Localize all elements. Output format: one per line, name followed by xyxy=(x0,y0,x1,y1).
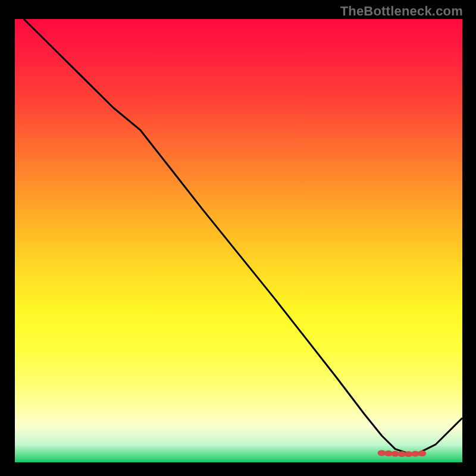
chart-plot-area xyxy=(15,19,462,462)
watermark-text: TheBottleneck.com xyxy=(340,4,463,19)
optimal-marker xyxy=(418,450,426,456)
bottleneck-curve xyxy=(24,19,462,453)
chart-svg-layer xyxy=(15,19,462,462)
chart-frame: TheBottleneck.com xyxy=(0,0,476,476)
